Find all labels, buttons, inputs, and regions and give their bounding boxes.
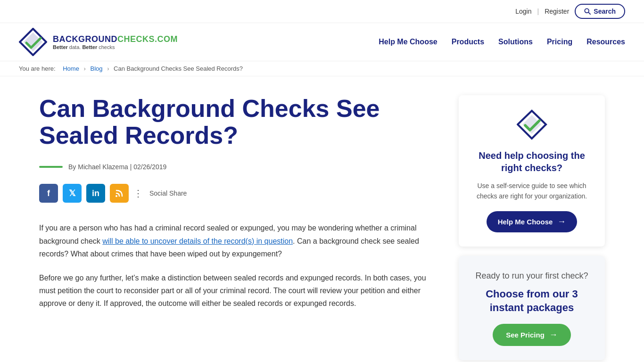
site-header: BACKGROUNDCHECKS.COM Better data. Better… xyxy=(0,23,644,61)
breadcrumb-blog[interactable]: Blog xyxy=(90,65,102,72)
tagline-checks: checks xyxy=(97,44,115,50)
help-me-choose-arrow-icon: → xyxy=(557,217,566,227)
content-wrapper: Can Background Checks See Sealed Records… xyxy=(20,76,624,362)
breadcrumb: You are here: Home › Blog › Can Backgrou… xyxy=(0,61,644,76)
register-link[interactable]: Register xyxy=(545,8,569,15)
brand-name: BACKGROUNDCHECKS.COM xyxy=(53,34,178,44)
see-pricing-button-label: See Pricing xyxy=(506,331,545,339)
tagline-data: data. xyxy=(68,44,83,50)
article-body: If you are a person who has had a crimin… xyxy=(39,222,440,310)
search-button[interactable]: Search xyxy=(575,4,625,19)
logo-icon xyxy=(19,28,47,56)
nav-solutions[interactable]: Solutions xyxy=(498,38,533,46)
article-paragraph-2: Before we go any further, let’s make a d… xyxy=(39,272,440,310)
top-bar-separator: | xyxy=(537,8,539,15)
brand-part1: BACKGROUND xyxy=(53,34,117,44)
svg-line-1 xyxy=(588,12,590,14)
brand-part2: CHECKS.COM xyxy=(117,34,178,44)
linkedin-share-button[interactable]: in xyxy=(86,184,105,203)
sidebar-logo-icon xyxy=(517,109,547,140)
search-button-label: Search xyxy=(594,8,616,15)
social-more-button[interactable]: ⋮ xyxy=(133,188,143,199)
nav-help-me-choose[interactable]: Help Me Choose xyxy=(379,38,437,46)
see-pricing-arrow-icon: → xyxy=(549,330,558,340)
help-me-choose-button-label: Help Me Choose xyxy=(498,218,553,226)
packages-text: Choose from our 3 instant packages xyxy=(472,288,592,314)
sidebar-card1-description: Use a self-service guide to see which ch… xyxy=(472,181,592,202)
logo-link[interactable]: BACKGROUNDCHECKS.COM Better data. Better… xyxy=(19,28,178,56)
search-icon xyxy=(584,8,591,15)
breadcrumb-arrow-2: › xyxy=(107,65,111,72)
tagline: Better data. Better checks xyxy=(53,44,178,50)
article-main: Can Background Checks See Sealed Records… xyxy=(39,95,440,362)
main-nav: Help Me Choose Products Solutions Pricin… xyxy=(379,38,625,46)
see-pricing-button[interactable]: See Pricing → xyxy=(493,324,571,346)
article-title: Can Background Checks See Sealed Records… xyxy=(39,95,440,149)
rss-share-button[interactable] xyxy=(110,184,129,203)
top-bar: Login | Register Search xyxy=(0,0,644,23)
breadcrumb-home[interactable]: Home xyxy=(63,65,79,72)
tagline-better2: Better xyxy=(82,44,97,50)
body-p1-link[interactable]: will be able to uncover details of the r… xyxy=(102,237,293,245)
logo-text: BACKGROUNDCHECKS.COM Better data. Better… xyxy=(53,34,178,50)
sidebar-card1-heading: Need help choosing the right checks? xyxy=(472,149,592,174)
breadcrumb-current: Can Background Checks See Sealed Records… xyxy=(114,65,243,72)
nav-products[interactable]: Products xyxy=(452,38,484,46)
sidebar: Need help choosing the right checks? Use… xyxy=(459,95,605,362)
nav-resources[interactable]: Resources xyxy=(586,38,625,46)
author-line: By Michael Klazema | 02/26/2019 xyxy=(39,163,440,171)
help-me-choose-button[interactable]: Help Me Choose → xyxy=(487,211,578,232)
facebook-share-button[interactable]: f xyxy=(39,184,58,203)
sidebar-card-pricing: Ready to run your first check? Choose fr… xyxy=(459,256,605,360)
rss-icon xyxy=(115,189,124,198)
svg-point-4 xyxy=(116,195,117,197)
article-paragraph-1: If you are a person who has had a crimin… xyxy=(39,222,440,260)
breadcrumb-arrow-1: › xyxy=(84,65,88,72)
nav-pricing[interactable]: Pricing xyxy=(547,38,572,46)
breadcrumb-prefix: You are here: xyxy=(19,65,56,72)
author-bar-decoration xyxy=(39,166,63,168)
sidebar-card-help: Need help choosing the right checks? Use… xyxy=(459,95,605,247)
login-link[interactable]: Login xyxy=(515,8,531,15)
tagline-better1: Better xyxy=(53,44,68,50)
author-text: By Michael Klazema | 02/26/2019 xyxy=(68,163,166,171)
social-share: f 𝕏 in ⋮ Social Share xyxy=(39,184,440,203)
twitter-share-button[interactable]: 𝕏 xyxy=(63,184,82,203)
social-share-label: Social Share xyxy=(149,189,187,197)
ready-text: Ready to run your first check? xyxy=(472,270,592,282)
